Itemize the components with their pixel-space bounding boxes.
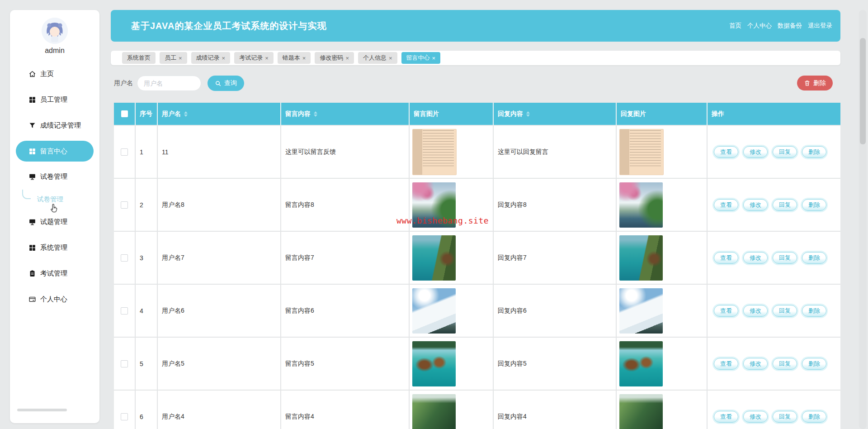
row-username: 用户名6: [158, 285, 280, 337]
edit-button[interactable]: 修改: [743, 199, 768, 211]
tab-system-home[interactable]: 系统首页: [122, 52, 156, 64]
delete-button[interactable]: 删除: [802, 252, 826, 264]
column-header-username[interactable]: 用户名: [158, 103, 280, 125]
reply-image-thumbnail[interactable]: [619, 341, 663, 386]
search-button[interactable]: 查询: [208, 76, 244, 91]
row-index: 1: [136, 126, 157, 178]
tab-close-icon[interactable]: ×: [432, 55, 436, 61]
reply-image-thumbnail[interactable]: [619, 235, 663, 281]
sidebar-item-staff-management[interactable]: 员工管理: [10, 87, 99, 113]
reply-button[interactable]: 回复: [773, 358, 797, 370]
tab-close-icon[interactable]: ×: [179, 55, 182, 61]
tab-close-icon[interactable]: ×: [345, 55, 349, 61]
row-message: 留言内容8: [281, 179, 409, 231]
page-scrollbar-thumb[interactable]: [860, 38, 866, 144]
tab-exam-record[interactable]: 考试记录×: [234, 52, 274, 64]
message-image-thumbnail[interactable]: [412, 341, 456, 386]
view-button[interactable]: 查看: [714, 358, 738, 370]
message-image-thumbnail[interactable]: [412, 394, 456, 429]
topbar-link-home[interactable]: 首页: [729, 22, 741, 30]
sidebar-item-exam-management[interactable]: 考试管理: [10, 261, 99, 286]
table-body: 1 11 这里可以留言反馈 这里可以回复留言 查看修改回复删除 2 用户名8 留…: [114, 126, 840, 429]
row-username: 用户名8: [158, 179, 280, 231]
delete-button[interactable]: 删除: [802, 358, 826, 370]
row-checkbox[interactable]: [121, 148, 128, 156]
select-all-checkbox[interactable]: [114, 103, 135, 125]
tab-close-icon[interactable]: ×: [389, 55, 392, 61]
row-reply: 回复内容6: [494, 285, 616, 337]
reply-button[interactable]: 回复: [773, 252, 797, 264]
view-button[interactable]: 查看: [714, 305, 738, 317]
clipboard-icon: [28, 270, 36, 278]
message-image-thumbnail[interactable]: [412, 288, 456, 334]
delete-button[interactable]: 删除: [802, 146, 826, 158]
edit-button[interactable]: 修改: [743, 411, 768, 423]
tab-change-password[interactable]: 修改密码×: [315, 52, 354, 64]
edit-button[interactable]: 修改: [743, 305, 768, 317]
row-reply: 这里可以回复留言: [494, 126, 616, 178]
page-scrollbar[interactable]: [859, 10, 867, 429]
view-button[interactable]: 查看: [714, 411, 738, 423]
edit-button[interactable]: 修改: [743, 252, 768, 264]
page-title: 基于JAVA的某企业员工考试系统的设计与实现: [131, 20, 326, 32]
reply-button[interactable]: 回复: [773, 411, 797, 423]
tab-close-icon[interactable]: ×: [222, 55, 226, 61]
sidebar-item-exam-paper-management[interactable]: 试卷管理: [10, 164, 99, 190]
tab-wrong-question-book[interactable]: 错题本×: [278, 52, 311, 64]
topbar-link-data-backup[interactable]: 数据备份: [778, 22, 802, 30]
row-checkbox[interactable]: [121, 254, 128, 262]
sidebar-item-label: 员工管理: [40, 95, 67, 104]
sidebar-item-exam-paper-management-sub[interactable]: 试卷管理: [10, 190, 99, 209]
column-header-message[interactable]: 留言内容: [281, 103, 409, 125]
sort-icon[interactable]: [314, 111, 317, 117]
sidebar-item-system-management[interactable]: 系统管理: [10, 235, 99, 261]
column-header-reply-image: 回复图片: [617, 103, 707, 125]
row-message: 留言内容5: [281, 338, 409, 390]
delete-button[interactable]: 删除: [802, 305, 826, 317]
row-checkbox[interactable]: [121, 413, 128, 420]
column-header-reply[interactable]: 回复内容: [494, 103, 616, 125]
sort-icon[interactable]: [184, 111, 188, 117]
tab-staff[interactable]: 员工×: [160, 52, 187, 64]
delete-button[interactable]: 删除: [802, 199, 826, 211]
edit-button[interactable]: 修改: [743, 146, 768, 158]
message-image-thumbnail[interactable]: [412, 129, 457, 175]
row-checkbox[interactable]: [121, 360, 128, 367]
row-message: 留言内容4: [281, 391, 409, 429]
username-search-input[interactable]: [137, 76, 201, 91]
search-icon: [215, 80, 222, 87]
sidebar-item-home[interactable]: 主页: [10, 61, 99, 87]
row-checkbox[interactable]: [121, 307, 128, 315]
reply-button[interactable]: 回复: [773, 305, 797, 317]
sidebar-horizontal-scrollbar[interactable]: [17, 409, 67, 411]
delete-selected-button[interactable]: 删除: [797, 76, 833, 91]
tab-personal-info[interactable]: 个人信息×: [358, 52, 397, 64]
reply-image-thumbnail[interactable]: [619, 288, 663, 334]
reply-image-thumbnail[interactable]: [619, 129, 664, 175]
edit-button[interactable]: 修改: [743, 358, 768, 370]
view-button[interactable]: 查看: [714, 146, 738, 158]
message-image-thumbnail[interactable]: [412, 235, 456, 281]
view-button[interactable]: 查看: [714, 252, 738, 264]
sidebar-item-label: 试卷管理: [40, 172, 67, 181]
topbar-link-logout[interactable]: 退出登录: [808, 22, 832, 30]
row-checkbox[interactable]: [121, 201, 128, 209]
sidebar-item-personal-center[interactable]: 个人中心: [10, 286, 99, 312]
topbar-link-personal-center[interactable]: 个人中心: [747, 22, 772, 30]
sort-icon[interactable]: [526, 111, 530, 117]
sidebar-item-label: 考试管理: [40, 269, 67, 278]
row-reply: 回复内容4: [494, 391, 616, 429]
tab-score-record[interactable]: 成绩记录×: [191, 52, 231, 64]
reply-button[interactable]: 回复: [773, 146, 797, 158]
tab-message-center[interactable]: 留言中心×: [401, 52, 441, 64]
sidebar-item-score-record-management[interactable]: 成绩记录管理: [10, 113, 99, 138]
reply-image-thumbnail[interactable]: [619, 182, 663, 228]
reply-button[interactable]: 回复: [773, 199, 797, 211]
tab-close-icon[interactable]: ×: [265, 55, 269, 61]
tab-close-icon[interactable]: ×: [302, 55, 306, 61]
delete-button[interactable]: 删除: [802, 411, 826, 423]
reply-image-thumbnail[interactable]: [619, 394, 663, 429]
sidebar-item-question-management[interactable]: 试题管理: [10, 209, 99, 235]
view-button[interactable]: 查看: [714, 199, 738, 211]
sidebar-item-message-center[interactable]: 留言中心: [16, 141, 94, 162]
